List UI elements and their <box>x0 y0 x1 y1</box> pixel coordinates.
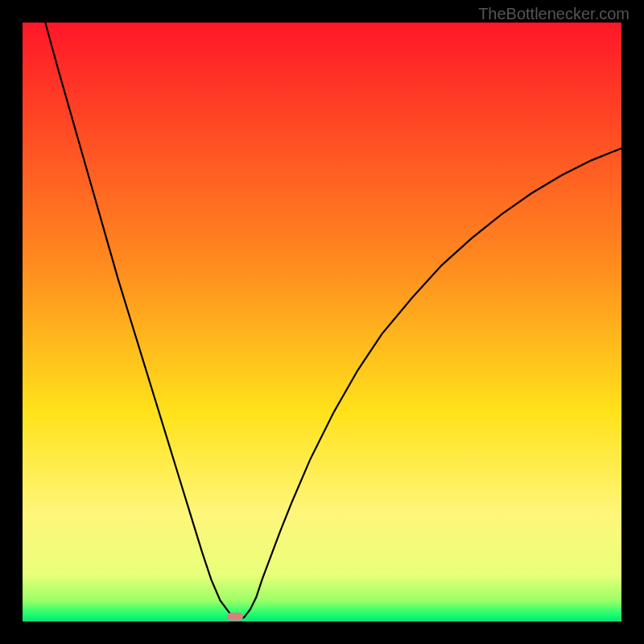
watermark-text: TheBottlenecker.com <box>478 5 630 23</box>
bottleneck-curve <box>23 23 621 621</box>
optimal-point-marker <box>227 613 243 621</box>
chart-frame <box>23 23 621 621</box>
curve-path <box>45 23 621 619</box>
